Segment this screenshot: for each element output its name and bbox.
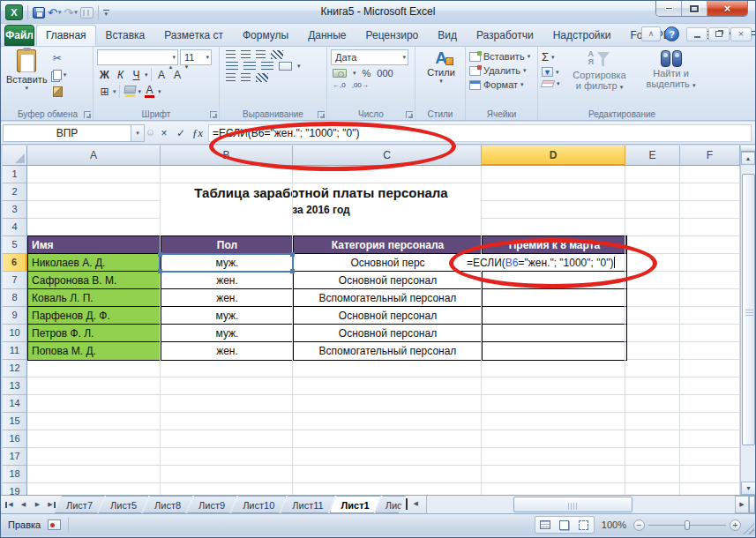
- grow-font-button[interactable]: А▲: [154, 67, 169, 82]
- wrap-text-button[interactable]: [256, 73, 268, 82]
- decrease-decimal-button[interactable]: ,00→: [352, 81, 369, 89]
- redo-button[interactable]: ↷▾: [64, 6, 77, 19]
- insert-function-button[interactable]: ƒx: [190, 125, 206, 141]
- scroll-right-button[interactable]: ▶: [735, 496, 749, 513]
- clipboard-dialog-launcher[interactable]: [84, 111, 91, 118]
- row-header-7[interactable]: 7: [3, 272, 27, 289]
- row-header-17[interactable]: 17: [3, 448, 27, 466]
- zoom-track[interactable]: [648, 519, 726, 531]
- align-top-button[interactable]: [226, 50, 236, 59]
- custom-qat-icon[interactable]: [80, 7, 94, 19]
- zoom-out-button[interactable]: −: [633, 519, 645, 531]
- format-painter-button[interactable]: [53, 85, 67, 99]
- insert-cells-button[interactable]: Вставить▾: [469, 51, 535, 62]
- cell-category[interactable]: Основной персонал: [294, 307, 483, 325]
- cell-gender[interactable]: жен.: [161, 272, 294, 289]
- number-format-select[interactable]: Дата▾: [331, 49, 408, 65]
- paste-button[interactable]: Вставить ▾: [6, 49, 48, 108]
- cell-name[interactable]: Николаев А. Д.: [28, 254, 161, 272]
- row-header-10[interactable]: 10: [3, 325, 27, 342]
- cancel-entry-button[interactable]: ×: [156, 125, 172, 141]
- first-sheet-button[interactable]: ◀: [3, 497, 16, 512]
- sheet-tab-Лист8[interactable]: Лист8: [143, 496, 192, 513]
- font-name-select[interactable]: ▾: [97, 49, 178, 65]
- row-header-1[interactable]: 1: [3, 166, 27, 183]
- row-header-3[interactable]: 3: [3, 201, 27, 219]
- tab-Рецензиро[interactable]: Рецензиро: [356, 25, 428, 46]
- comma-style-button[interactable]: 000: [377, 68, 393, 78]
- help-button[interactable]: ?: [664, 26, 679, 41]
- scroll-down-button[interactable]: ▼: [741, 482, 756, 495]
- fill-button[interactable]: ▼▾: [542, 67, 560, 77]
- collapse-ribbon-button[interactable]: ∧: [641, 26, 661, 41]
- horizontal-scroll-track[interactable]: [427, 496, 735, 513]
- cell-category[interactable]: Основной персонал: [294, 325, 483, 342]
- confirm-entry-button[interactable]: ✓: [173, 125, 189, 141]
- column-header-B[interactable]: B: [161, 146, 293, 166]
- row-header-4[interactable]: 4: [3, 219, 27, 236]
- sheet-tab-Лист11[interactable]: Лист11: [281, 496, 334, 513]
- close-button[interactable]: ×: [707, 1, 747, 16]
- split-handle[interactable]: [741, 146, 755, 152]
- autosum-button[interactable]: Σ▾: [542, 50, 560, 64]
- tab-Главная[interactable]: Главная: [36, 25, 96, 46]
- tab-scroll-left-button[interactable]: ◀: [409, 496, 423, 511]
- row-header-12[interactable]: 12: [3, 360, 27, 377]
- align-bottom-button[interactable]: [256, 50, 266, 59]
- tab-Разработчи[interactable]: Разработчи: [467, 25, 543, 46]
- row-header-19[interactable]: 19: [3, 483, 27, 495]
- fill-color-button[interactable]: [123, 84, 138, 99]
- row-header-5[interactable]: 5: [3, 236, 27, 254]
- underline-button[interactable]: Ч: [129, 67, 144, 82]
- tab-Вид[interactable]: Вид: [428, 25, 467, 46]
- delete-cells-button[interactable]: Удалить▾: [469, 65, 535, 76]
- normal-view-button[interactable]: [536, 518, 554, 532]
- cell-bonus[interactable]: [483, 342, 626, 360]
- cell-name[interactable]: Сафронова В. М.: [28, 272, 161, 289]
- bold-button[interactable]: Ж: [97, 67, 112, 82]
- cell-name[interactable]: Парфенов Д. Ф.: [28, 307, 161, 325]
- font-size-select[interactable]: 11▾: [180, 49, 212, 65]
- tab-file[interactable]: Файл: [4, 25, 34, 46]
- page-layout-view-button[interactable]: [556, 518, 573, 532]
- next-sheet-button[interactable]: ▶: [31, 497, 44, 512]
- cut-button[interactable]: ✂: [53, 51, 67, 65]
- formula-input[interactable]: =ЕСЛИ(B6="жен."; "1000"; "0"): [208, 124, 752, 142]
- row-header-6[interactable]: 6: [3, 254, 27, 272]
- shrink-font-button[interactable]: А▼: [170, 67, 185, 82]
- row-header-9[interactable]: 9: [3, 307, 27, 325]
- cell-gender[interactable]: муж.: [161, 307, 294, 325]
- minimize-button[interactable]: [656, 1, 682, 16]
- cell-bonus[interactable]: [483, 289, 626, 307]
- styles-button[interactable]: А Стили ▾: [419, 49, 463, 85]
- select-all-corner[interactable]: [3, 146, 27, 166]
- cell-D6-formula-editor[interactable]: =ЕСЛИ(B6="жен."; "1000"; "0"): [466, 254, 616, 271]
- increase-indent-button[interactable]: [241, 73, 251, 82]
- cell-category[interactable]: Вспомогательный персонал: [294, 289, 483, 307]
- font-color-button[interactable]: А: [142, 84, 157, 99]
- row-header-15[interactable]: 15: [3, 413, 27, 430]
- alignment-dialog-launcher[interactable]: [318, 111, 325, 118]
- clear-button[interactable]: ▾: [542, 80, 560, 87]
- decrease-indent-button[interactable]: [226, 73, 236, 82]
- row-header-8[interactable]: 8: [3, 289, 27, 307]
- sheet-tab-Лист1[interactable]: Лист1: [330, 496, 381, 513]
- merge-center-button[interactable]: [279, 62, 292, 71]
- column-header-A[interactable]: A: [27, 146, 161, 166]
- tab-Вставка[interactable]: Вставка: [96, 25, 155, 46]
- workbook-close-button[interactable]: ×: [730, 27, 752, 41]
- cell-gender[interactable]: муж.: [161, 325, 294, 342]
- row-header-13[interactable]: 13: [3, 377, 27, 395]
- format-cells-button[interactable]: Формат▾: [469, 79, 535, 90]
- zoom-in-button[interactable]: +: [730, 519, 741, 531]
- workbook-restore-button[interactable]: [708, 27, 730, 41]
- italic-button[interactable]: К: [113, 67, 128, 82]
- borders-button[interactable]: ⊞: [97, 84, 112, 99]
- sheet-title-line1[interactable]: Таблица заработной платы персонала: [161, 184, 482, 201]
- font-dialog-launcher[interactable]: [210, 111, 217, 118]
- align-left-button[interactable]: [226, 62, 238, 71]
- cells-area[interactable]: Таблица заработной платы персонала за 20…: [27, 166, 740, 495]
- zoom-thumb[interactable]: [685, 520, 690, 530]
- row-header-16[interactable]: 16: [3, 430, 27, 448]
- page-break-view-button[interactable]: [575, 518, 593, 532]
